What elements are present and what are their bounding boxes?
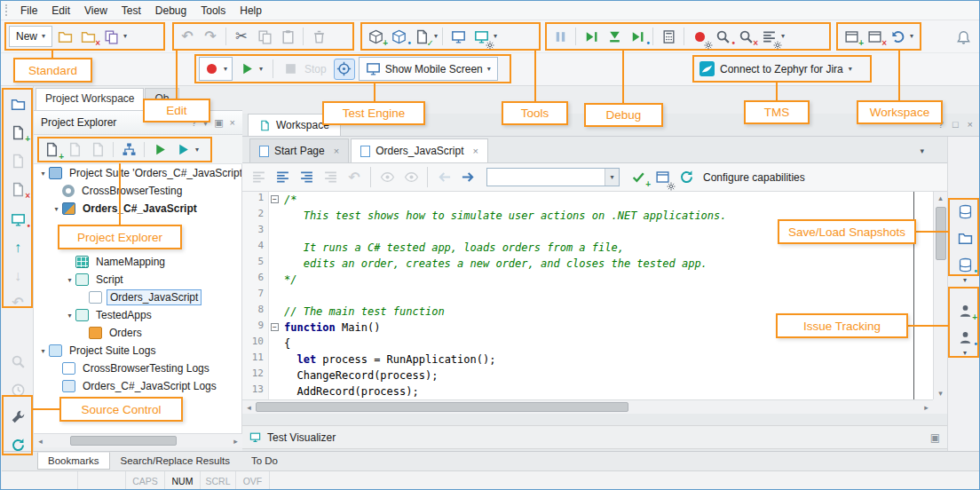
tab-orders-javascript[interactable]: Orders_JavaScript×: [351, 138, 488, 162]
bottom-tab-bookmarks[interactable]: Bookmarks: [37, 452, 110, 470]
step-over-button[interactable]: [581, 26, 602, 47]
remove-item-button[interactable]: [87, 139, 108, 161]
history-icon[interactable]: [7, 379, 28, 400]
add-existing-item-button[interactable]: [64, 139, 85, 161]
tree-item[interactable]: CrossBrowserTesting Logs: [34, 360, 241, 377]
scroll-left-icon[interactable]: ◂: [34, 435, 47, 447]
edit-item-icon[interactable]: [7, 150, 28, 171]
tree-item[interactable]: Orders: [34, 324, 241, 342]
snapshots-chevron-icon[interactable]: ▾: [954, 275, 976, 286]
save-snapshot-icon[interactable]: [954, 201, 976, 222]
test-visualizer-bar[interactable]: Test Visualizer ▣: [242, 425, 947, 449]
issues-chevron-icon[interactable]: ▾: [954, 348, 976, 359]
cut-button[interactable]: ✂: [231, 26, 252, 47]
device-chevron-icon[interactable]: ▾: [494, 33, 497, 40]
format-list-button[interactable]: [320, 167, 341, 188]
scroll-right-icon[interactable]: ▸: [920, 401, 933, 414]
panel-close-icon[interactable]: ×: [230, 118, 235, 128]
record-button[interactable]: ▾: [199, 57, 233, 81]
watch-chevron-icon[interactable]: ▾: [781, 33, 785, 40]
scroll-up-icon[interactable]: ▴: [934, 192, 947, 204]
close-file-button[interactable]: ×: [77, 26, 99, 47]
tab-start-page[interactable]: Start Page×: [249, 138, 349, 162]
evaluate-button[interactable]: [658, 26, 679, 47]
tree-item[interactable]: ▾Script: [34, 271, 241, 288]
tab-close-icon[interactable]: ×: [473, 146, 478, 156]
show-code-eye-icon[interactable]: [400, 167, 422, 188]
add-panel-button[interactable]: +: [841, 26, 862, 47]
tree-item[interactable]: ▾Project Suite Logs: [34, 342, 241, 360]
bottom-tab-to-do[interactable]: To Do: [241, 452, 288, 470]
menu-help[interactable]: Help: [233, 2, 269, 20]
tree-item[interactable]: Orders_JavaScript: [34, 288, 241, 306]
align-right-button[interactable]: [296, 167, 317, 188]
compare-screens-button[interactable]: [447, 26, 469, 47]
menu-debug[interactable]: Debug: [148, 2, 194, 20]
mobile-device-icon[interactable]: •: [7, 209, 28, 230]
breakpoints-button[interactable]: [689, 26, 710, 47]
menu-edit[interactable]: Edit: [44, 2, 77, 20]
workspace-close-icon[interactable]: ×: [968, 119, 973, 130]
tree-item[interactable]: CrossBrowserTesting: [34, 182, 241, 200]
hide-code-eye-icon[interactable]: [376, 167, 398, 188]
vertical-scroll-thumb[interactable]: [936, 207, 946, 260]
menu-test[interactable]: Test: [115, 2, 148, 20]
run-to-cursor-button[interactable]: •: [627, 26, 648, 47]
stop-button[interactable]: Stop: [280, 57, 330, 81]
copy-button[interactable]: [254, 26, 275, 47]
workspace-folder-icon[interactable]: [7, 93, 28, 115]
assign-issue-icon[interactable]: +: [954, 300, 976, 321]
expand-arrow-icon[interactable]: ▾: [51, 205, 62, 213]
run-button[interactable]: ▾: [236, 57, 266, 81]
quick-inspect-button[interactable]: ×: [735, 26, 756, 47]
add-item-icon[interactable]: +: [7, 122, 28, 143]
undo-button[interactable]: ↶: [177, 26, 198, 47]
tree-item[interactable]: ▾TestedApps: [34, 306, 241, 324]
web-checkpoint-button[interactable]: •: [388, 26, 409, 47]
update-download-icon[interactable]: ↓: [7, 265, 28, 287]
expand-arrow-icon[interactable]: ▾: [37, 347, 49, 355]
format-undo-button[interactable]: ↶: [344, 167, 365, 188]
search-icon[interactable]: [7, 351, 28, 372]
scroll-left-icon[interactable]: ◂: [242, 401, 256, 414]
device-settings-button[interactable]: [470, 26, 492, 47]
manage-snapshots-icon[interactable]: •: [954, 254, 976, 275]
scroll-right-icon[interactable]: ▸: [229, 435, 242, 447]
editor-vertical-scrollbar[interactable]: ▴ ▾: [933, 192, 947, 399]
editor-horizontal-scrollbar[interactable]: ◂ ▸: [242, 399, 933, 414]
show-mobile-screen-button[interactable]: Show Mobile Screen ▾: [359, 57, 498, 81]
add-checkpoint-button[interactable]: +: [365, 26, 386, 47]
layout-chevron-icon[interactable]: ▾: [910, 33, 913, 40]
organize-items-button[interactable]: [118, 139, 139, 161]
expand-arrow-icon[interactable]: ▾: [37, 170, 49, 178]
inspect-button[interactable]: •: [712, 26, 733, 47]
tree-item[interactable]: ▾Orders_C#_JavaScript: [34, 200, 241, 217]
run-chevron-icon[interactable]: ▾: [259, 66, 263, 73]
tree-horizontal-scrollbar[interactable]: ◂ ▸: [34, 433, 242, 447]
expand-arrow-icon[interactable]: ▾: [64, 312, 75, 320]
step-into-button[interactable]: [604, 26, 625, 47]
tree-item[interactable]: ▾Project Suite 'Orders_C#_JavaScript' (1: [34, 164, 241, 182]
doc-list-chevron-icon[interactable]: ▾: [920, 146, 924, 155]
fold-collapse-icon[interactable]: −: [271, 195, 279, 203]
source-control-settings-wrench-icon[interactable]: [7, 406, 28, 427]
menu-view[interactable]: View: [77, 2, 115, 20]
align-left-button[interactable]: [272, 167, 293, 188]
workspace-maximize-icon[interactable]: □: [952, 119, 959, 130]
navigate-back-icon[interactable]: [433, 167, 454, 188]
issue-tracking-icon[interactable]: •: [954, 327, 976, 348]
configure-capabilities-icon[interactable]: [676, 167, 697, 188]
editor-settings-button[interactable]: [652, 167, 673, 188]
point-and-fix-target-icon[interactable]: [334, 59, 355, 80]
navigate-forward-icon[interactable]: [457, 167, 478, 188]
paste-button[interactable]: [277, 26, 298, 47]
restore-layout-button[interactable]: [887, 26, 908, 47]
save-options-chevron-icon[interactable]: ▾: [123, 33, 127, 40]
redo-button[interactable]: ↷: [200, 26, 221, 47]
test-visualizer-dock-icon[interactable]: ▣: [930, 431, 940, 444]
save-all-button[interactable]: [100, 26, 122, 47]
editor-search-combobox[interactable]: ▾: [486, 168, 620, 186]
expand-arrow-icon[interactable]: ▾: [64, 276, 75, 284]
revert-icon[interactable]: ↶: [7, 292, 28, 313]
new-button[interactable]: New ▾: [9, 26, 52, 47]
